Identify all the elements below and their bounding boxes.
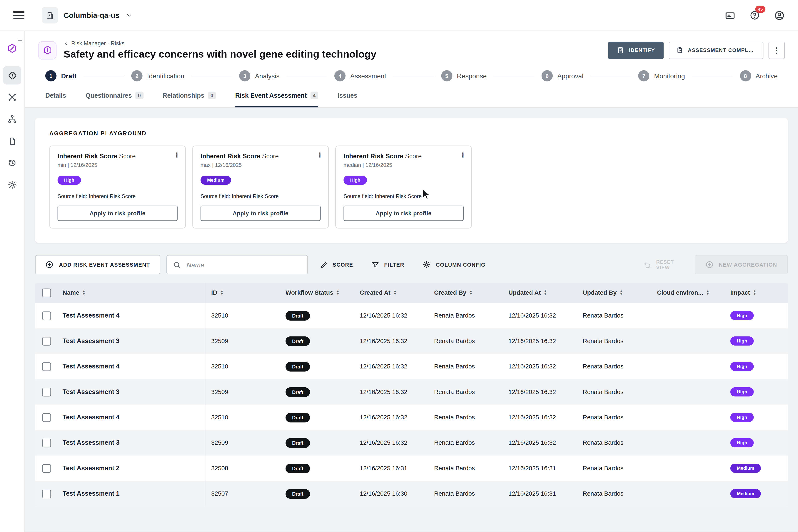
rail-item-hierarchy[interactable] — [3, 110, 21, 128]
table-row[interactable]: Test Assessment 4 32510 Draft 12/16/2025… — [35, 354, 788, 379]
column-header-created-at[interactable]: Created At — [355, 282, 429, 303]
filter-button[interactable]: FILTER — [365, 261, 411, 268]
step-identification[interactable]: 2Identification — [131, 70, 184, 81]
column-config-button[interactable]: COLUMN CONFIG — [416, 261, 492, 269]
cell-updated-by: Renata Bardos — [578, 481, 652, 506]
rail-item-documents[interactable] — [3, 132, 21, 150]
org-switcher[interactable]: Columbia-qa-us — [42, 7, 132, 23]
help-icon[interactable]: 45 — [749, 10, 760, 20]
tab-details[interactable]: Details — [45, 92, 66, 108]
row-checkbox[interactable] — [42, 387, 51, 396]
step-response[interactable]: 5Response — [441, 70, 487, 81]
plus-circle-icon — [705, 261, 714, 269]
topbar-actions: 45 — [725, 10, 785, 21]
add-risk-event-assessment-button[interactable]: ADD RISK EVENT ASSESSMENT — [35, 255, 160, 274]
tab-relationships[interactable]: Relationships0 — [163, 92, 216, 108]
step-approval[interactable]: 6Approval — [542, 70, 584, 81]
assessment-name-link[interactable]: Test Assessment 4 — [62, 312, 119, 319]
step-assessment[interactable]: 4Assessment — [335, 70, 386, 81]
assessment-name-link[interactable]: Test Assessment 4 — [62, 363, 119, 370]
tab-risk-event-assessment[interactable]: Risk Event Assessment4 — [235, 92, 318, 108]
column-header-updated-at[interactable]: Updated At — [503, 282, 578, 303]
card-kebab-icon[interactable] — [173, 151, 180, 159]
sort-icon[interactable] — [620, 289, 622, 296]
apply-to-risk-profile-button[interactable]: Apply to risk profile — [201, 206, 321, 221]
hamburger-menu-icon[interactable] — [13, 11, 24, 19]
sort-icon[interactable] — [707, 289, 709, 296]
column-header-cloud-environment[interactable]: Cloud environ... — [652, 282, 725, 303]
sort-icon[interactable] — [754, 289, 756, 296]
sort-icon[interactable] — [394, 289, 396, 296]
aggregation-source: Source field: Inherent Risk Score — [58, 193, 178, 199]
cell-updated-at: 12/16/2025 16:31 — [503, 456, 578, 481]
table-row[interactable]: Test Assessment 3 32509 Draft 12/16/2025… — [35, 328, 788, 354]
row-checkbox[interactable] — [42, 311, 51, 320]
assessment-name-link[interactable]: Test Assessment 3 — [62, 338, 119, 345]
tab-questionnaires[interactable]: Questionnaires0 — [86, 92, 143, 108]
search-box[interactable] — [166, 255, 308, 274]
app-logo[interactable] — [3, 39, 21, 58]
sort-icon[interactable] — [83, 289, 85, 296]
row-checkbox[interactable] — [42, 362, 51, 371]
column-header-id[interactable]: ID — [206, 282, 281, 303]
rail-item-history[interactable] — [3, 154, 21, 172]
cell-updated-at: 12/16/2025 16:32 — [503, 379, 578, 404]
stepper-connector — [83, 76, 124, 76]
identify-button[interactable]: IDENTIFY — [608, 42, 664, 59]
risk-diamond-icon — [7, 71, 17, 80]
assessment-name-link[interactable]: Test Assessment 4 — [62, 414, 119, 421]
row-checkbox[interactable] — [42, 438, 51, 447]
table-row[interactable]: Test Assessment 3 32509 Draft 12/16/2025… — [35, 379, 788, 404]
aggregation-card-min: Inherent Risk Score Score min | 12/16/20… — [50, 146, 186, 228]
table-row[interactable]: Test Assessment 1 32507 Draft 12/16/2025… — [35, 481, 788, 506]
table-row[interactable]: Test Assessment 3 32509 Draft 12/16/2025… — [35, 430, 788, 455]
score-button[interactable]: SCORE — [314, 261, 359, 268]
breadcrumb[interactable]: Risk Manager - Risks — [63, 40, 376, 46]
step-analysis[interactable]: 3Analysis — [239, 70, 280, 81]
more-actions-button[interactable] — [768, 42, 785, 59]
assessment-name-link[interactable]: Test Assessment 3 — [62, 439, 119, 446]
release-notes-icon[interactable] — [725, 10, 735, 21]
kebab-icon — [773, 45, 781, 55]
table-row[interactable]: Test Assessment 2 32508 Draft 12/16/2025… — [35, 456, 788, 481]
select-all-checkbox[interactable] — [42, 288, 51, 297]
table-row[interactable]: Test Assessment 4 32510 Draft 12/16/2025… — [35, 303, 788, 328]
column-header-updated-by[interactable]: Updated By — [578, 282, 652, 303]
rail-item-settings[interactable] — [3, 176, 21, 194]
column-header-workflow-status[interactable]: Workflow Status — [280, 282, 355, 303]
cell-cloud-environment — [652, 303, 725, 328]
step-draft[interactable]: 1Draft — [45, 70, 76, 81]
user-account-icon[interactable] — [774, 10, 785, 21]
sort-icon[interactable] — [337, 289, 339, 296]
new-aggregation-button[interactable]: NEW AGGREGATION — [695, 255, 788, 274]
column-header-impact[interactable]: Impact — [725, 282, 788, 303]
row-checkbox[interactable] — [42, 464, 51, 473]
search-input[interactable] — [186, 260, 301, 269]
step-label: Monitoring — [654, 72, 685, 80]
step-monitoring[interactable]: 7Monitoring — [638, 70, 685, 81]
sort-icon[interactable] — [221, 289, 223, 296]
apply-to-risk-profile-button[interactable]: Apply to risk profile — [343, 206, 463, 221]
card-kebab-icon[interactable] — [317, 151, 323, 159]
reset-view-button[interactable]: RESET VIEW — [641, 259, 681, 271]
sort-icon[interactable] — [470, 289, 472, 296]
rail-item-risks[interactable] — [3, 66, 21, 84]
column-header-created-by[interactable]: Created By — [429, 282, 503, 303]
apply-to-risk-profile-button[interactable]: Apply to risk profile — [58, 206, 178, 221]
tab-issues[interactable]: Issues — [338, 92, 357, 108]
sort-icon[interactable] — [544, 289, 546, 296]
table-row[interactable]: Test Assessment 4 32510 Draft 12/16/2025… — [35, 405, 788, 430]
assessment-name-link[interactable]: Test Assessment 2 — [62, 465, 119, 472]
column-header-name[interactable]: Name — [58, 282, 206, 303]
assessment-name-link[interactable]: Test Assessment 3 — [62, 388, 119, 396]
row-checkbox[interactable] — [42, 337, 51, 345]
aggregation-title: Inherent Risk Score — [343, 153, 403, 160]
card-kebab-icon[interactable] — [459, 151, 466, 159]
row-checkbox[interactable] — [42, 489, 51, 498]
table-toolbar: ADD RISK EVENT ASSESSMENT SCORE FILTER — [35, 255, 788, 274]
row-checkbox[interactable] — [42, 413, 51, 422]
rail-item-controls[interactable] — [3, 88, 21, 107]
assessment-completion-button[interactable]: ASSESSMENT COMPLETI... — [669, 42, 763, 59]
assessment-name-link[interactable]: Test Assessment 1 — [62, 490, 119, 497]
step-archive[interactable]: 8Archive — [740, 70, 778, 81]
